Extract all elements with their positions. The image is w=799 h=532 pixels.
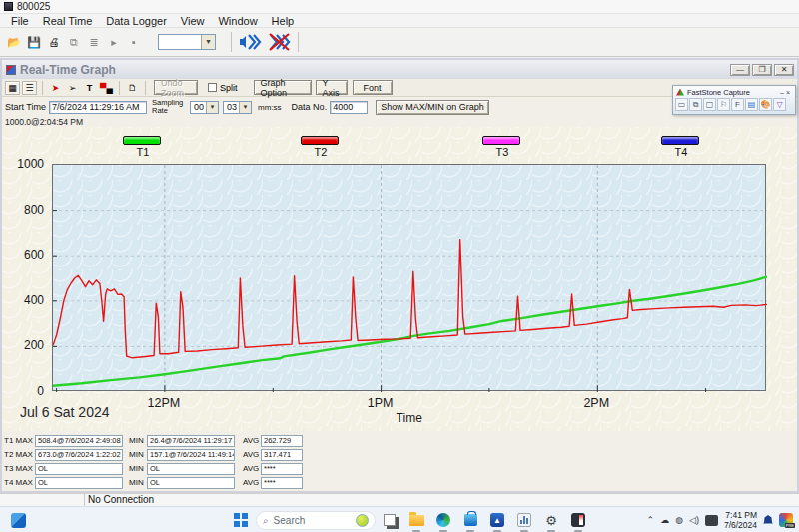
graph-window-titlebar[interactable]: Real-Time Graph (2, 60, 797, 79)
touch-keyboard-icon[interactable] (705, 515, 718, 526)
status-cell-empty (0, 494, 85, 506)
capture-rectangle-icon[interactable]: ▢ (703, 98, 716, 111)
start-time-label: Start Time (5, 102, 46, 112)
notification-bell-icon[interactable] (763, 515, 773, 525)
chevron-down-icon[interactable]: ▼ (201, 35, 215, 49)
graph-option-button[interactable]: Graph Option (254, 80, 312, 95)
menu-help[interactable]: Help (265, 15, 302, 27)
chart-app-icon[interactable] (514, 510, 534, 530)
t1-avg-value: 262.729 (261, 435, 303, 447)
t2-min-value: 157.1@7/6/2024 11:49:14 AM (147, 449, 235, 461)
t1-label: T1 (123, 146, 163, 158)
legend-t3: T3 (482, 136, 522, 158)
menu-data-logger[interactable]: Data Logger (99, 15, 174, 27)
output-options-icon[interactable]: 🎨 (759, 98, 772, 111)
t2-avg-value: 317.471 (261, 449, 303, 461)
rate-seconds-combo[interactable]: 03▼ (223, 101, 252, 114)
font-button[interactable]: Font (353, 80, 393, 95)
close-button[interactable]: ✕ (774, 64, 794, 76)
connect-icon[interactable] (237, 31, 265, 53)
maximize-button[interactable]: ❐ (752, 64, 772, 76)
rate-minutes-combo[interactable]: 00▼ (190, 101, 219, 114)
port-combobox[interactable]: ▼ (158, 34, 216, 50)
faststone-close-button[interactable]: × (786, 89, 792, 96)
t2-label: T2 (301, 146, 341, 158)
date-label: Jul 6 Sat 2024 (20, 404, 110, 420)
split-checkbox-group[interactable]: Split (208, 83, 238, 93)
t4-max-label: T4 MAX (4, 478, 35, 487)
y-axis-button[interactable]: Y Axis (316, 80, 348, 95)
chevron-down-icon[interactable]: ▼ (239, 102, 251, 113)
start-time-field[interactable]: 7/6/2024 11:29:16 AM (49, 101, 147, 114)
weather-icon[interactable]: ☁ (660, 515, 669, 525)
device-app-icon[interactable] (568, 510, 588, 530)
plot-area[interactable] (52, 164, 766, 391)
legend-t4: T4 (661, 136, 701, 158)
disconnect-icon[interactable] (265, 31, 293, 53)
t3-label: T3 (482, 146, 522, 158)
undo-zoom-button[interactable]: Undo Zoom (154, 80, 198, 95)
menu-view[interactable]: View (174, 15, 212, 27)
store-icon[interactable] (460, 510, 480, 530)
zoom-cursor-icon[interactable]: ➢ (65, 81, 80, 95)
menu-window[interactable]: Window (211, 15, 264, 27)
open-file-icon[interactable]: 📂 (6, 34, 22, 50)
settings-gear-icon[interactable]: ⚙ (541, 510, 561, 530)
play-icon[interactable]: ▸ (106, 34, 122, 50)
series-T1 (53, 277, 767, 386)
copilot-icon[interactable] (779, 513, 793, 527)
network-icon[interactable]: ◍ (675, 515, 683, 525)
capture-active-window-icon[interactable]: ▭ (675, 98, 688, 111)
graph-panel: T1 T2 T3 T4 10008006004002000 12PM1PM2PM… (2, 127, 797, 431)
capture-scrolling-icon[interactable]: ▤ (745, 98, 758, 111)
capture-fullscreen-icon[interactable]: F (731, 98, 744, 111)
minimize-button[interactable]: — (730, 64, 750, 76)
edge-icon[interactable] (433, 510, 453, 530)
system-tray: ⌃ ☁ ◍ ◁) 7:41 PM 7/6/2024 (647, 507, 799, 532)
x-tick-label: 12PM (148, 396, 181, 410)
save-icon[interactable]: 💾 (26, 34, 42, 50)
print-icon[interactable]: 🖨 (46, 34, 62, 50)
capture-window-icon[interactable]: ⧉ (689, 98, 702, 111)
table-row: T3 MAX OL MIN OL AVG **** (4, 462, 303, 475)
speaker-icon[interactable]: ◁) (689, 515, 699, 525)
chevron-down-icon[interactable]: ▼ (206, 102, 218, 113)
widgets-icon[interactable] (8, 510, 28, 530)
t4-max-value: OL (35, 477, 123, 489)
menu-file[interactable]: File (4, 15, 36, 27)
faststone-titlebar[interactable]: FastStone Capture –× (673, 86, 795, 98)
tray-chevron-icon[interactable]: ⌃ (647, 515, 655, 525)
stop-icon[interactable]: ▪ (126, 34, 142, 50)
start-button[interactable] (231, 510, 251, 530)
stats-table: T1 MAX 508.4@7/6/2024 2:49:08 PM MIN 26.… (4, 431, 290, 491)
menu-real-time[interactable]: Real Time (36, 15, 100, 27)
capture-freehand-icon[interactable]: ⚐ (717, 98, 730, 111)
faststone-logo-icon (676, 89, 684, 96)
t3-avg-value: **** (261, 463, 303, 475)
color-swatch-icon[interactable]: ▀▄ (99, 81, 114, 95)
data-list-icon[interactable]: ≣ (86, 34, 102, 50)
text-tool-icon[interactable]: T (82, 81, 97, 95)
y-tick-label: 600 (10, 248, 44, 262)
search-highlight-icon (356, 514, 369, 527)
show-maxmin-button[interactable]: Show MAX/MIN on Graph (376, 100, 489, 115)
settings-delay-icon[interactable]: ▽ (773, 98, 786, 111)
cursor-readout: 1000.0@2:04:54 PM (5, 117, 83, 127)
split-checkbox[interactable] (208, 83, 217, 92)
copy-icon[interactable]: ⧉ (66, 34, 82, 50)
table-row: T1 MAX 508.4@7/6/2024 2:49:08 PM MIN 26.… (4, 434, 303, 447)
clock[interactable]: 7:41 PM 7/6/2024 (724, 510, 757, 530)
point-style-icon[interactable]: ☰ (22, 81, 37, 95)
cursor-arrow-icon[interactable]: ➤ (48, 81, 63, 95)
search-box[interactable]: ⌕ Search (256, 511, 376, 530)
graph-window-icon (6, 65, 16, 75)
desktop: 800025 File Real Time Data Logger View W… (0, 0, 799, 532)
logger-app-icon[interactable]: ▲ (487, 510, 507, 530)
data-no-field[interactable]: 4000 (330, 101, 368, 114)
line-style-icon[interactable]: ▦ (5, 81, 20, 95)
new-page-icon[interactable]: 🗋 (125, 81, 140, 95)
file-explorer-icon[interactable] (406, 510, 426, 530)
task-view-icon[interactable] (380, 510, 400, 530)
t3-color-bar (482, 136, 520, 145)
main-toolbar: 📂 💾 🖨 ⧉ ≣ ▸ ▪ ▼ (0, 28, 799, 57)
